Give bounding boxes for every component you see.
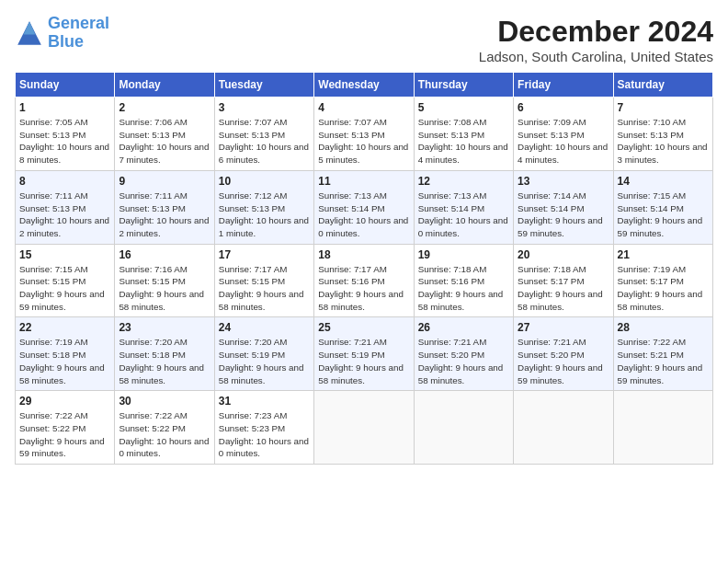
day-number: 16 [119, 248, 210, 261]
day-number: 5 [418, 101, 509, 114]
calendar-cell: 28Sunrise: 7:22 AMSunset: 5:21 PMDayligh… [613, 317, 712, 391]
calendar-cell: 19Sunrise: 7:18 AMSunset: 5:16 PMDayligh… [414, 244, 513, 317]
title-block: December 2024 Ladson, South Carolina, Un… [479, 15, 713, 64]
calendar-week-row: 15Sunrise: 7:15 AMSunset: 5:15 PMDayligh… [16, 244, 713, 317]
calendar-cell: 10Sunrise: 7:12 AMSunset: 5:13 PMDayligh… [214, 170, 313, 244]
day-info: Sunrise: 7:10 AMSunset: 5:13 PMDaylight:… [618, 116, 709, 167]
day-info: Sunrise: 7:14 AMSunset: 5:14 PMDaylight:… [518, 190, 609, 240]
day-number: 26 [418, 321, 509, 334]
day-info: Sunrise: 7:08 AMSunset: 5:13 PMDaylight:… [418, 116, 509, 167]
day-number: 3 [219, 101, 310, 114]
calendar-header-row: SundayMondayTuesdayWednesdayThursdayFrid… [16, 73, 713, 98]
day-info: Sunrise: 7:07 AMSunset: 5:13 PMDaylight:… [219, 116, 310, 167]
calendar-cell: 1Sunrise: 7:05 AMSunset: 5:13 PMDaylight… [16, 98, 115, 171]
day-info: Sunrise: 7:05 AMSunset: 5:13 PMDaylight:… [19, 116, 110, 167]
calendar-cell: 23Sunrise: 7:20 AMSunset: 5:18 PMDayligh… [115, 317, 214, 391]
day-info: Sunrise: 7:23 AMSunset: 5:23 PMDaylight:… [219, 409, 310, 460]
calendar-cell [414, 391, 513, 465]
col-header-monday: Monday [115, 73, 214, 98]
calendar-cell: 2Sunrise: 7:06 AMSunset: 5:13 PMDaylight… [115, 98, 214, 171]
col-header-sunday: Sunday [16, 73, 115, 98]
logo: General Blue [15, 15, 109, 52]
day-info: Sunrise: 7:15 AMSunset: 5:14 PMDaylight:… [618, 190, 709, 240]
day-number: 13 [518, 175, 609, 188]
calendar-week-row: 29Sunrise: 7:22 AMSunset: 5:22 PMDayligh… [16, 391, 713, 465]
calendar-week-row: 8Sunrise: 7:11 AMSunset: 5:13 PMDaylight… [16, 170, 713, 244]
day-number: 30 [119, 395, 210, 408]
day-number: 7 [618, 101, 709, 114]
day-number: 17 [219, 248, 310, 261]
calendar-cell: 16Sunrise: 7:16 AMSunset: 5:15 PMDayligh… [115, 244, 214, 317]
day-info: Sunrise: 7:21 AMSunset: 5:20 PMDaylight:… [418, 336, 509, 386]
day-number: 4 [318, 101, 409, 114]
day-info: Sunrise: 7:07 AMSunset: 5:13 PMDaylight:… [318, 116, 409, 167]
day-number: 28 [618, 321, 709, 334]
day-info: Sunrise: 7:21 AMSunset: 5:20 PMDaylight:… [518, 336, 609, 386]
calendar-cell [514, 391, 613, 465]
calendar-cell: 8Sunrise: 7:11 AMSunset: 5:13 PMDaylight… [16, 170, 115, 244]
calendar-cell: 6Sunrise: 7:09 AMSunset: 5:13 PMDaylight… [514, 98, 613, 171]
col-header-thursday: Thursday [414, 73, 513, 98]
svg-marker-1 [24, 21, 36, 34]
day-number: 22 [19, 321, 110, 334]
day-info: Sunrise: 7:13 AMSunset: 5:14 PMDaylight:… [318, 190, 409, 240]
calendar-cell: 4Sunrise: 7:07 AMSunset: 5:13 PMDaylight… [314, 98, 414, 171]
day-number: 8 [19, 175, 110, 188]
calendar-cell: 26Sunrise: 7:21 AMSunset: 5:20 PMDayligh… [414, 317, 513, 391]
day-number: 20 [518, 248, 609, 261]
day-info: Sunrise: 7:15 AMSunset: 5:15 PMDaylight:… [19, 263, 110, 314]
month-title: December 2024 [479, 15, 713, 49]
calendar-cell: 5Sunrise: 7:08 AMSunset: 5:13 PMDaylight… [414, 98, 513, 171]
day-info: Sunrise: 7:19 AMSunset: 5:18 PMDaylight:… [19, 336, 110, 386]
day-info: Sunrise: 7:20 AMSunset: 5:19 PMDaylight:… [219, 336, 310, 386]
day-number: 27 [518, 321, 609, 334]
col-header-wednesday: Wednesday [314, 73, 414, 98]
calendar-cell: 7Sunrise: 7:10 AMSunset: 5:13 PMDaylight… [613, 98, 712, 171]
day-info: Sunrise: 7:18 AMSunset: 5:17 PMDaylight:… [518, 263, 609, 314]
calendar-week-row: 22Sunrise: 7:19 AMSunset: 5:18 PMDayligh… [16, 317, 713, 391]
calendar-cell: 21Sunrise: 7:19 AMSunset: 5:17 PMDayligh… [613, 244, 712, 317]
calendar-cell: 18Sunrise: 7:17 AMSunset: 5:16 PMDayligh… [314, 244, 414, 317]
calendar-cell: 27Sunrise: 7:21 AMSunset: 5:20 PMDayligh… [514, 317, 613, 391]
calendar-cell: 12Sunrise: 7:13 AMSunset: 5:14 PMDayligh… [414, 170, 513, 244]
day-info: Sunrise: 7:11 AMSunset: 5:13 PMDaylight:… [119, 190, 210, 240]
calendar-cell: 22Sunrise: 7:19 AMSunset: 5:18 PMDayligh… [16, 317, 115, 391]
calendar-cell: 14Sunrise: 7:15 AMSunset: 5:14 PMDayligh… [613, 170, 712, 244]
calendar-cell: 17Sunrise: 7:17 AMSunset: 5:15 PMDayligh… [214, 244, 313, 317]
day-info: Sunrise: 7:13 AMSunset: 5:14 PMDaylight:… [418, 190, 509, 240]
calendar-cell: 30Sunrise: 7:22 AMSunset: 5:22 PMDayligh… [115, 391, 214, 465]
day-number: 11 [318, 175, 409, 188]
calendar-week-row: 1Sunrise: 7:05 AMSunset: 5:13 PMDaylight… [16, 98, 713, 171]
day-number: 23 [119, 321, 210, 334]
calendar-cell [314, 391, 414, 465]
day-info: Sunrise: 7:22 AMSunset: 5:21 PMDaylight:… [618, 336, 709, 386]
day-number: 14 [618, 175, 709, 188]
calendar-cell: 9Sunrise: 7:11 AMSunset: 5:13 PMDaylight… [115, 170, 214, 244]
day-number: 19 [418, 248, 509, 261]
page-header: General Blue December 2024 Ladson, South… [15, 15, 713, 64]
day-number: 24 [219, 321, 310, 334]
calendar-cell: 25Sunrise: 7:21 AMSunset: 5:19 PMDayligh… [314, 317, 414, 391]
day-info: Sunrise: 7:17 AMSunset: 5:15 PMDaylight:… [219, 263, 310, 314]
day-info: Sunrise: 7:20 AMSunset: 5:18 PMDaylight:… [119, 336, 210, 386]
calendar-cell: 29Sunrise: 7:22 AMSunset: 5:22 PMDayligh… [16, 391, 115, 465]
day-info: Sunrise: 7:21 AMSunset: 5:19 PMDaylight:… [318, 336, 409, 386]
calendar-cell: 3Sunrise: 7:07 AMSunset: 5:13 PMDaylight… [214, 98, 313, 171]
calendar-table: SundayMondayTuesdayWednesdayThursdayFrid… [15, 72, 713, 465]
calendar-cell: 31Sunrise: 7:23 AMSunset: 5:23 PMDayligh… [214, 391, 313, 465]
day-info: Sunrise: 7:06 AMSunset: 5:13 PMDaylight:… [119, 116, 210, 167]
col-header-friday: Friday [514, 73, 613, 98]
day-info: Sunrise: 7:12 AMSunset: 5:13 PMDaylight:… [219, 190, 310, 240]
day-info: Sunrise: 7:09 AMSunset: 5:13 PMDaylight:… [518, 116, 609, 167]
day-number: 12 [418, 175, 509, 188]
day-number: 15 [19, 248, 110, 261]
day-number: 1 [19, 101, 110, 114]
day-info: Sunrise: 7:22 AMSunset: 5:22 PMDaylight:… [19, 409, 110, 460]
day-number: 10 [219, 175, 310, 188]
day-info: Sunrise: 7:17 AMSunset: 5:16 PMDaylight:… [318, 263, 409, 314]
calendar-cell: 13Sunrise: 7:14 AMSunset: 5:14 PMDayligh… [514, 170, 613, 244]
day-number: 29 [19, 395, 110, 408]
calendar-cell: 15Sunrise: 7:15 AMSunset: 5:15 PMDayligh… [16, 244, 115, 317]
day-number: 2 [119, 101, 210, 114]
calendar-cell [613, 391, 712, 465]
